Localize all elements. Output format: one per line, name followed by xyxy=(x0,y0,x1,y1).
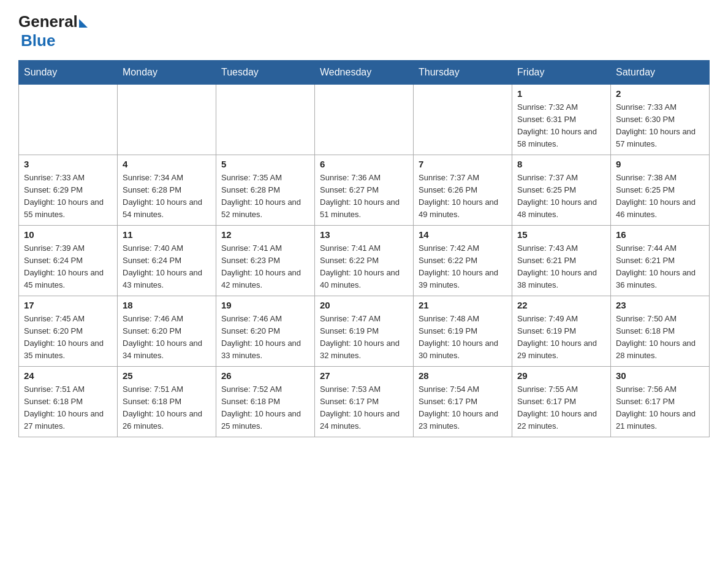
weekday-header-saturday: Saturday xyxy=(611,61,710,85)
weekday-header-row: SundayMondayTuesdayWednesdayThursdayFrid… xyxy=(19,61,710,85)
calendar-cell: 8Sunrise: 7:37 AMSunset: 6:25 PMDaylight… xyxy=(512,155,611,226)
calendar-cell: 25Sunrise: 7:51 AMSunset: 6:18 PMDayligh… xyxy=(118,367,216,437)
calendar-cell: 26Sunrise: 7:52 AMSunset: 6:18 PMDayligh… xyxy=(216,367,315,437)
day-info: Sunrise: 7:34 AMSunset: 6:28 PMDaylight:… xyxy=(123,172,211,221)
day-info: Sunrise: 7:43 AMSunset: 6:21 PMDaylight:… xyxy=(517,242,605,292)
day-info: Sunrise: 7:46 AMSunset: 6:20 PMDaylight:… xyxy=(123,313,211,362)
day-info: Sunrise: 7:42 AMSunset: 6:22 PMDaylight:… xyxy=(419,242,507,292)
day-info: Sunrise: 7:49 AMSunset: 6:19 PMDaylight:… xyxy=(517,313,605,362)
calendar-table: SundayMondayTuesdayWednesdayThursdayFrid… xyxy=(18,60,710,437)
calendar-cell: 14Sunrise: 7:42 AMSunset: 6:22 PMDayligh… xyxy=(414,226,512,296)
calendar-cell: 23Sunrise: 7:50 AMSunset: 6:18 PMDayligh… xyxy=(611,296,710,367)
calendar-cell: 28Sunrise: 7:54 AMSunset: 6:17 PMDayligh… xyxy=(414,367,512,437)
day-info: Sunrise: 7:51 AMSunset: 6:18 PMDaylight:… xyxy=(24,383,112,433)
day-info: Sunrise: 7:32 AMSunset: 6:31 PMDaylight:… xyxy=(517,101,605,151)
day-info: Sunrise: 7:53 AMSunset: 6:17 PMDaylight:… xyxy=(320,383,408,433)
week-row-2: 3Sunrise: 7:33 AMSunset: 6:29 PMDaylight… xyxy=(19,155,710,226)
calendar-cell xyxy=(414,85,512,155)
calendar-cell: 5Sunrise: 7:35 AMSunset: 6:28 PMDaylight… xyxy=(216,155,315,226)
calendar-cell: 18Sunrise: 7:46 AMSunset: 6:20 PMDayligh… xyxy=(118,296,216,367)
week-row-1: 1Sunrise: 7:32 AMSunset: 6:31 PMDaylight… xyxy=(19,85,710,155)
calendar-cell: 15Sunrise: 7:43 AMSunset: 6:21 PMDayligh… xyxy=(512,226,611,296)
logo-arrow-icon xyxy=(79,19,88,28)
day-number: 10 xyxy=(24,229,112,240)
day-number: 7 xyxy=(419,159,507,169)
day-number: 5 xyxy=(221,159,309,169)
calendar-cell: 9Sunrise: 7:38 AMSunset: 6:25 PMDaylight… xyxy=(611,155,710,226)
calendar-cell: 13Sunrise: 7:41 AMSunset: 6:22 PMDayligh… xyxy=(315,226,414,296)
day-number: 26 xyxy=(221,370,309,381)
day-info: Sunrise: 7:37 AMSunset: 6:25 PMDaylight:… xyxy=(517,172,605,221)
day-info: Sunrise: 7:33 AMSunset: 6:29 PMDaylight:… xyxy=(24,172,112,221)
day-info: Sunrise: 7:40 AMSunset: 6:24 PMDaylight:… xyxy=(123,242,211,292)
day-number: 16 xyxy=(616,229,704,240)
day-info: Sunrise: 7:55 AMSunset: 6:17 PMDaylight:… xyxy=(517,383,605,433)
day-number: 24 xyxy=(24,370,112,381)
day-info: Sunrise: 7:45 AMSunset: 6:20 PMDaylight:… xyxy=(24,313,112,362)
calendar-cell: 17Sunrise: 7:45 AMSunset: 6:20 PMDayligh… xyxy=(19,296,118,367)
weekday-header-wednesday: Wednesday xyxy=(315,61,414,85)
logo-blue-text: Blue xyxy=(21,31,88,50)
day-number: 1 xyxy=(517,88,605,99)
day-number: 14 xyxy=(419,229,507,240)
week-row-4: 17Sunrise: 7:45 AMSunset: 6:20 PMDayligh… xyxy=(19,296,710,367)
logo: General Blue xyxy=(18,12,88,50)
day-number: 25 xyxy=(123,370,211,381)
day-info: Sunrise: 7:48 AMSunset: 6:19 PMDaylight:… xyxy=(419,313,507,362)
weekday-header-thursday: Thursday xyxy=(414,61,512,85)
day-number: 28 xyxy=(419,370,507,381)
day-info: Sunrise: 7:56 AMSunset: 6:17 PMDaylight:… xyxy=(616,383,704,433)
calendar-cell: 24Sunrise: 7:51 AMSunset: 6:18 PMDayligh… xyxy=(19,367,118,437)
day-info: Sunrise: 7:47 AMSunset: 6:19 PMDaylight:… xyxy=(320,313,408,362)
page-header: General Blue xyxy=(18,12,710,50)
day-number: 13 xyxy=(320,229,408,240)
calendar-cell: 19Sunrise: 7:46 AMSunset: 6:20 PMDayligh… xyxy=(216,296,315,367)
day-number: 30 xyxy=(616,370,704,381)
day-number: 22 xyxy=(517,300,605,310)
logo-general-text: General xyxy=(18,12,78,31)
calendar-cell: 22Sunrise: 7:49 AMSunset: 6:19 PMDayligh… xyxy=(512,296,611,367)
calendar-cell: 21Sunrise: 7:48 AMSunset: 6:19 PMDayligh… xyxy=(414,296,512,367)
day-info: Sunrise: 7:54 AMSunset: 6:17 PMDaylight:… xyxy=(419,383,507,433)
day-info: Sunrise: 7:52 AMSunset: 6:18 PMDaylight:… xyxy=(221,383,309,433)
day-number: 2 xyxy=(616,88,704,99)
day-info: Sunrise: 7:41 AMSunset: 6:23 PMDaylight:… xyxy=(221,242,309,292)
calendar-cell: 11Sunrise: 7:40 AMSunset: 6:24 PMDayligh… xyxy=(118,226,216,296)
weekday-header-friday: Friday xyxy=(512,61,611,85)
day-info: Sunrise: 7:41 AMSunset: 6:22 PMDaylight:… xyxy=(320,242,408,292)
day-info: Sunrise: 7:39 AMSunset: 6:24 PMDaylight:… xyxy=(24,242,112,292)
day-info: Sunrise: 7:51 AMSunset: 6:18 PMDaylight:… xyxy=(123,383,211,433)
weekday-header-monday: Monday xyxy=(118,61,216,85)
day-info: Sunrise: 7:35 AMSunset: 6:28 PMDaylight:… xyxy=(221,172,309,221)
day-number: 19 xyxy=(221,300,309,310)
calendar-cell xyxy=(118,85,216,155)
calendar-cell xyxy=(19,85,118,155)
day-number: 29 xyxy=(517,370,605,381)
day-number: 15 xyxy=(517,229,605,240)
calendar-cell: 16Sunrise: 7:44 AMSunset: 6:21 PMDayligh… xyxy=(611,226,710,296)
calendar-cell: 4Sunrise: 7:34 AMSunset: 6:28 PMDaylight… xyxy=(118,155,216,226)
calendar-cell: 3Sunrise: 7:33 AMSunset: 6:29 PMDaylight… xyxy=(19,155,118,226)
week-row-5: 24Sunrise: 7:51 AMSunset: 6:18 PMDayligh… xyxy=(19,367,710,437)
day-info: Sunrise: 7:37 AMSunset: 6:26 PMDaylight:… xyxy=(419,172,507,221)
calendar-cell: 27Sunrise: 7:53 AMSunset: 6:17 PMDayligh… xyxy=(315,367,414,437)
day-number: 11 xyxy=(123,229,211,240)
calendar-cell: 20Sunrise: 7:47 AMSunset: 6:19 PMDayligh… xyxy=(315,296,414,367)
day-info: Sunrise: 7:46 AMSunset: 6:20 PMDaylight:… xyxy=(221,313,309,362)
day-number: 18 xyxy=(123,300,211,310)
day-number: 9 xyxy=(616,159,704,169)
calendar-cell: 12Sunrise: 7:41 AMSunset: 6:23 PMDayligh… xyxy=(216,226,315,296)
day-number: 17 xyxy=(24,300,112,310)
day-number: 3 xyxy=(24,159,112,169)
day-info: Sunrise: 7:36 AMSunset: 6:27 PMDaylight:… xyxy=(320,172,408,221)
calendar-cell: 2Sunrise: 7:33 AMSunset: 6:30 PMDaylight… xyxy=(611,85,710,155)
weekday-header-tuesday: Tuesday xyxy=(216,61,315,85)
calendar-cell: 30Sunrise: 7:56 AMSunset: 6:17 PMDayligh… xyxy=(611,367,710,437)
day-number: 21 xyxy=(419,300,507,310)
calendar-cell: 6Sunrise: 7:36 AMSunset: 6:27 PMDaylight… xyxy=(315,155,414,226)
day-number: 20 xyxy=(320,300,408,310)
day-number: 12 xyxy=(221,229,309,240)
calendar-cell xyxy=(216,85,315,155)
calendar-cell: 29Sunrise: 7:55 AMSunset: 6:17 PMDayligh… xyxy=(512,367,611,437)
weekday-header-sunday: Sunday xyxy=(19,61,118,85)
